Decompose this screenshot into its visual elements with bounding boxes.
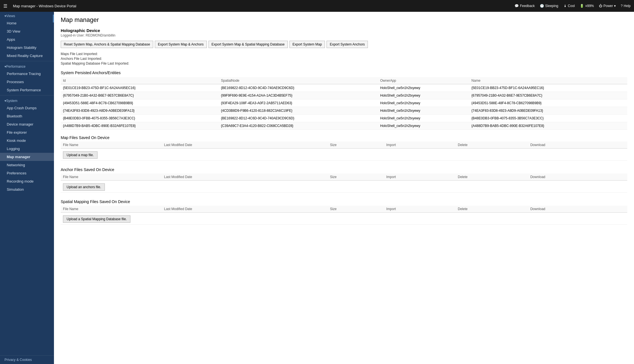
col-name: Name — [469, 77, 627, 84]
maps-file-info: Maps File Last Imported: — [61, 52, 627, 56]
spatial-files-table: File Name Last Modified Date Size Import… — [61, 206, 627, 225]
sidebar-item-3d-view[interactable]: 3D View — [0, 27, 54, 35]
upload-spatial-button[interactable]: Upload a Spatial Mapping Database file. — [63, 215, 130, 223]
sidebar-section-system[interactable]: ▾System — [0, 97, 54, 104]
export-map-anchors-button[interactable]: Export System Map & Anchors — [155, 41, 207, 48]
sidebar-section-performance[interactable]: ▾Performance — [0, 62, 54, 70]
anchor-col-filename: File Name — [61, 174, 162, 181]
anchors-cell-id: {B48E0DB3-0FBB-4075-8355-3B56C7A3E3CC} — [61, 115, 219, 122]
sidebar-item-device-manager[interactable]: Device manager — [0, 120, 54, 128]
sidebar-divider-2 — [0, 95, 54, 95]
sidebar-item-processes[interactable]: Processes — [0, 78, 54, 86]
sidebar-item-bluetooth[interactable]: Bluetooth — [0, 112, 54, 120]
anchors-cell-name: {B48E0DB3-0FBB-4075-8355-3B56C7A3E3CC} — [469, 115, 627, 122]
power-button[interactable]: ⏻ Power ▾ — [599, 4, 615, 8]
spatial-col-date: Last Modified Date — [162, 206, 328, 213]
upload-map-button[interactable]: Upload a map file. — [63, 151, 98, 159]
export-system-anchors-button[interactable]: Export System Anchors — [327, 41, 368, 48]
anchors-cell-name: {49453D51-588E-48F4-8C78-CB627098B9B9} — [469, 99, 627, 107]
map-col-size: Size — [328, 142, 384, 149]
anchors-cell-id: {67957049-21B0-4A32-B6E7-9E57CB6E8A7C} — [61, 92, 219, 99]
sidebar-section-views[interactable]: ▾Views — [0, 12, 54, 19]
anchors-table: Id SpatialNode OwnerApp Name {5E01CE19-B… — [61, 77, 627, 130]
spatial-files-section: Spatial Mapping Files Saved On Device Fi… — [61, 199, 627, 225]
device-title: Holographic Device — [61, 28, 627, 33]
feedback-button[interactable]: 💬 Feedback — [515, 4, 535, 8]
sidebar-item-mixed-reality-capture[interactable]: Mixed Reality Capture — [0, 52, 54, 60]
anchors-table-row: {B48E0DB3-0FBB-4075-8355-3B56C7A3E3CC}{B… — [61, 115, 627, 122]
map-col-filename: File Name — [61, 142, 162, 149]
window-title: Map manager - Windows Device Portal — [13, 4, 511, 8]
anchors-table-row: {A488D7B9-BAB5-4DBC-890E-B32A6FE107E8}{C… — [61, 122, 627, 130]
device-info: Holographic Device Logged-in User: REDMO… — [61, 28, 627, 37]
sidebar-item-logging[interactable]: Logging — [0, 145, 54, 153]
spatial-col-filename: File Name — [61, 206, 162, 213]
topbar: ☰ Map manager - Windows Device Portal 💬 … — [0, 0, 634, 12]
main-content: Map manager Holographic Device Logged-in… — [54, 12, 634, 364]
sidebar-item-kiosk-mode[interactable]: Kiosk mode — [0, 136, 54, 145]
hamburger-icon[interactable]: ☰ — [3, 3, 7, 9]
anchors-cell-id: {49453D51-588E-48F4-8C78-CB627098B9B9} — [61, 99, 219, 107]
export-system-map-button[interactable]: Export System Map — [289, 41, 325, 48]
anchor-files-title: Anchor Files Saved On Device — [61, 167, 627, 172]
anchor-files-table: File Name Last Modified Date Size Import… — [61, 174, 627, 193]
anchors-cell-owner_app: HoloShell_cw5n1h2txyewy — [378, 107, 469, 115]
sidebar-item-file-explorer[interactable]: File explorer — [0, 128, 54, 136]
anchor-col-date: Last Modified Date — [162, 174, 328, 181]
sidebar-item-recording-mode[interactable]: Recording mode — [0, 177, 54, 185]
sidebar-item-hologram-stability[interactable]: Hologram Stability — [0, 44, 54, 52]
anchors-cell-owner_app: HoloShell_cw5n1h2txyewy — [378, 99, 469, 107]
map-col-date: Last Modified Date — [162, 142, 328, 149]
spatial-col-size: Size — [328, 206, 384, 213]
sidebar-item-home[interactable]: Home — [0, 19, 54, 27]
anchors-table-row: {49453D51-588E-48F4-8C78-CB627098B9B9}{9… — [61, 99, 627, 107]
privacy-cookies-link[interactable]: Privacy & Cookies — [0, 355, 54, 364]
col-id: Id — [61, 77, 219, 84]
anchor-files-section: Anchor Files Saved On Device File Name L… — [61, 167, 627, 193]
map-col-delete: Delete — [456, 142, 528, 149]
anchors-cell-id: {5E01CE19-BB23-475D-BF1C-6A24AA95EC16} — [61, 84, 219, 92]
anchors-cell-spatial_node: {99F9F690-9E9E-4154-A2AA-1AC3D4B5EF75} — [219, 92, 378, 99]
export-map-spatial-button[interactable]: Export System Map & Spatial Mapping Data… — [209, 41, 288, 48]
anchors-cell-spatial_node: {4CD3B8D9-F9B6-4120-8118-882C3A6C19FE} — [219, 107, 378, 115]
col-owner-app: OwnerApp — [378, 77, 469, 84]
spatial-files-title: Spatial Mapping Files Saved On Device — [61, 199, 627, 204]
sidebar-item-performance-tracing[interactable]: Performance Tracing — [0, 70, 54, 78]
map-files-title: Map Files Saved On Device — [61, 135, 627, 140]
sidebar-item-map-manager[interactable]: Map manager — [0, 153, 54, 161]
cool-indicator: 🌡 Cool — [563, 4, 575, 8]
main-layout: ‹ ▾Views Home 3D View Apps Hologram Stab… — [0, 12, 634, 364]
sidebar: ‹ ▾Views Home 3D View Apps Hologram Stab… — [0, 12, 54, 364]
sidebar-item-app-crash-dumps[interactable]: App Crash Dumps — [0, 104, 54, 112]
help-button[interactable]: ? Help — [621, 4, 631, 8]
anchors-cell-owner_app: HoloShell_cw5n1h2txyewy — [378, 115, 469, 122]
sidebar-item-simulation[interactable]: Simulation — [0, 185, 54, 194]
sidebar-item-system-performance[interactable]: System Performance — [0, 86, 54, 94]
anchors-cell-spatial_node: {93F4EA29-108F-4EA3-A0F2-2AB5711AED63} — [219, 99, 378, 107]
anchors-table-row: {74EA3F83-83D8-4923-A8D9-A0BEDE09FA13}{4… — [61, 107, 627, 115]
device-subtitle: Logged-in User: REDMOND/ambillin — [61, 33, 627, 37]
anchors-cell-id: {74EA3F83-83D8-4923-A8D9-A0BEDE09FA13} — [61, 107, 219, 115]
anchors-cell-spatial_node: {C39A69C7-E3A4-4120-B822-C068CCA5BD28} — [219, 122, 378, 130]
anchors-cell-name: {5E01CE19-BB23-475D-BF1C-6A24AA95EC16} — [469, 84, 627, 92]
sleeping-indicator: 🕐 Sleeping — [540, 4, 558, 8]
col-spatial-node: SpatialNode — [219, 77, 378, 84]
anchor-col-import: Import — [384, 174, 456, 181]
map-col-import: Import — [384, 142, 456, 149]
top-actions: 💬 Feedback 🕐 Sleeping 🌡 Cool 🔋 ≡99% ⏻ Po… — [515, 4, 631, 8]
anchor-col-download: Download — [528, 174, 627, 181]
anchors-cell-id: {A488D7B9-BAB5-4DBC-890E-B32A6FE107E8} — [61, 122, 219, 130]
sidebar-item-networking[interactable]: Networking — [0, 161, 54, 169]
spatial-col-import: Import — [384, 206, 456, 213]
spatial-file-info: Spatial Mapping Database File Last Impor… — [61, 62, 627, 65]
import-info: Maps File Last Imported: Anchors File La… — [61, 52, 627, 65]
reset-system-map-button[interactable]: Reset System Map, Anchors & Spatial Mapp… — [61, 41, 153, 48]
battery-indicator: 🔋 ≡99% — [580, 4, 594, 8]
upload-anchor-button[interactable]: Upload an anchors file. — [63, 183, 105, 191]
sidebar-item-apps[interactable]: Apps — [0, 35, 54, 44]
map-files-table: File Name Last Modified Date Size Import… — [61, 142, 627, 161]
sidebar-collapse-button[interactable]: ‹ — [53, 15, 54, 22]
spatial-col-delete: Delete — [456, 206, 528, 213]
anchors-cell-owner_app: HoloShell_cw5n1h2txyewy — [378, 92, 469, 99]
sidebar-item-preferences[interactable]: Preferences — [0, 169, 54, 177]
